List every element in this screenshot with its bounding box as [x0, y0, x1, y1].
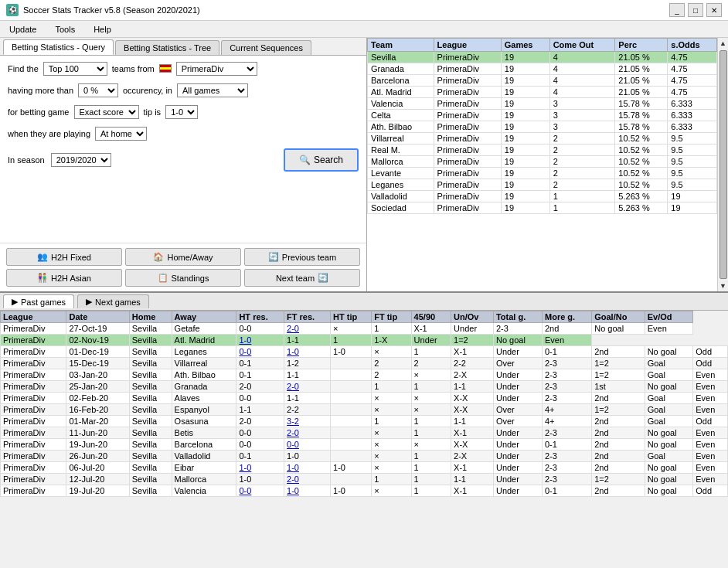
ft-result-link[interactable]: 3-2 [287, 417, 299, 426]
league-select[interactable]: PrimeraDiv Bundesliga Premier League [176, 62, 257, 76]
table-row[interactable]: VillarrealPrimeraDiv19210.52 %9.5 [368, 132, 717, 144]
table-row[interactable]: PrimeraDiv19-Jul-20SevillaValencia0-01-0… [1, 485, 728, 497]
tab-past-games[interactable]: ▶ Past games [3, 294, 74, 308]
ht-result-link[interactable]: 1-0 [239, 463, 251, 472]
ft-result-link[interactable]: 1-0 [287, 463, 299, 472]
standings-button[interactable]: 📋 Standings [125, 269, 241, 287]
season-select[interactable]: 2019/2020 2020/2021 2018/2019 [51, 153, 111, 167]
ht-result-link[interactable]: 1-0 [239, 335, 251, 345]
table-row[interactable]: PrimeraDiv15-Dec-19SevillaVillarreal0-11… [1, 358, 728, 369]
previous-team-button[interactable]: 🔄 Previous team [244, 248, 360, 266]
table-row[interactable]: PrimeraDiv25-Jan-20SevillaGranada2-02-01… [1, 381, 728, 393]
bcol-league[interactable]: League [1, 311, 66, 323]
bottom-table-container[interactable]: League Date Home Away HT res. FT res. HT… [0, 311, 728, 568]
table-cell: 10.52 % [615, 167, 668, 179]
search-button[interactable]: 🔍 Search [284, 148, 359, 172]
table-row[interactable]: SevillaPrimeraDiv19421.05 %4.75 [368, 51, 717, 63]
scroll-thumb[interactable] [719, 50, 727, 280]
minimize-button[interactable]: _ [669, 3, 685, 17]
bcol-date[interactable]: Date [66, 311, 129, 323]
ft-result-link[interactable]: 2-0 [287, 382, 299, 391]
menu-help[interactable]: Help [87, 23, 117, 36]
table-row[interactable]: PrimeraDiv26-Jun-20SevillaValladolid0-11… [1, 451, 728, 462]
col-league[interactable]: League [434, 38, 501, 51]
percent-select[interactable]: 0 % 5 % 10 % [78, 83, 118, 97]
table-row[interactable]: PrimeraDiv19-Jun-20SevillaBarcelona0-00-… [1, 439, 728, 451]
bcol-ft-res[interactable]: FT res. [284, 311, 331, 323]
table-cell: Sevilla [129, 323, 172, 335]
table-row[interactable]: ValenciaPrimeraDiv19315.78 %6.333 [368, 97, 717, 109]
right-table-container[interactable]: Team League Games Come Out Perc s.Odds S… [367, 38, 717, 292]
games-select[interactable]: All games Home games Away games [177, 83, 248, 97]
table-row[interactable]: GranadaPrimeraDiv19421.05 %4.75 [368, 63, 717, 74]
table-row[interactable]: PrimeraDiv02-Feb-20SevillaAlaves0-01-1××… [1, 393, 728, 404]
table-row[interactable]: PrimeraDiv06-Jul-20SevillaEibar1-01-01-0… [1, 462, 728, 474]
ft-result-link[interactable]: 2-0 [287, 474, 299, 484]
table-row[interactable]: MallorcaPrimeraDiv19210.52 %9.5 [368, 155, 717, 167]
table-row[interactable]: PrimeraDiv03-Jan-20SevillaAth. Bilbao0-1… [1, 369, 728, 381]
bcol-ev-od[interactable]: Ev/Od [645, 311, 693, 323]
table-row[interactable]: PrimeraDiv12-Jul-20SevillaMallorca1-02-0… [1, 474, 728, 485]
tab-query[interactable]: Betting Statistics - Query [3, 39, 114, 55]
table-row[interactable]: LeganesPrimeraDiv19210.52 %9.5 [368, 179, 717, 190]
bet-type-select[interactable]: Exact score 1X2 BTTS [74, 105, 139, 119]
playing-select[interactable]: At home Away Both [95, 127, 147, 141]
tab-tree[interactable]: Betting Statistics - Tree [115, 40, 219, 55]
table-row[interactable]: Atl. MadridPrimeraDiv19421.05 %4.75 [368, 86, 717, 97]
ft-result-link[interactable]: 0-0 [287, 440, 299, 449]
next-team-button[interactable]: Next team 🔄 [244, 269, 360, 287]
ft-result-link[interactable]: 2-0 [287, 324, 299, 333]
ft-result-link[interactable]: 1-0 [287, 486, 299, 495]
tip-select[interactable]: 1-0 2-0 2-1 [165, 105, 198, 119]
col-games[interactable]: Games [501, 38, 549, 51]
bcol-more-g[interactable]: More g. [543, 311, 592, 323]
bcol-home[interactable]: Home [129, 311, 172, 323]
table-row[interactable]: PrimeraDiv02-Nov-19SevillaAtl. Madrid1-0… [1, 335, 728, 346]
bcol-ft-tip[interactable]: FT tip [372, 311, 411, 323]
table-row[interactable]: BarcelonaPrimeraDiv19421.05 %4.75 [368, 74, 717, 86]
table-row[interactable]: PrimeraDiv16-Feb-20SevillaEspanyol1-12-2… [1, 404, 728, 416]
table-row[interactable]: PrimeraDiv01-Dec-19SevillaLeganes0-01-01… [1, 346, 728, 358]
table-cell: 25-Jan-20 [66, 381, 129, 393]
ft-result-link[interactable]: 1-0 [287, 347, 299, 356]
maximize-button[interactable]: □ [688, 3, 703, 17]
menu-tools[interactable]: Tools [49, 23, 81, 36]
bcol-away[interactable]: Away [172, 311, 236, 323]
col-come-out[interactable]: Come Out [549, 38, 615, 51]
right-scrollbar[interactable]: ▲ ▼ [717, 38, 728, 292]
col-sodds[interactable]: s.Odds [668, 38, 717, 51]
bcol-goal-no[interactable]: Goal/No [592, 311, 645, 323]
ft-result-link[interactable]: 2-0 [287, 428, 299, 437]
table-cell: 1 [411, 451, 451, 462]
table-row[interactable]: Ath. BilbaoPrimeraDiv19315.78 %6.333 [368, 121, 717, 132]
h2h-asian-button[interactable]: 👫 H2H Asian [6, 269, 122, 287]
menu-update[interactable]: Update [3, 23, 43, 36]
table-row[interactable]: PrimeraDiv11-Jun-20SevillaBetis0-02-0×1X… [1, 427, 728, 439]
ht-result-link[interactable]: 0-0 [239, 347, 251, 356]
scroll-up-arrow[interactable]: ▲ [718, 38, 728, 49]
bcol-45-90[interactable]: 45/90 [411, 311, 451, 323]
table-row[interactable]: LevantePrimeraDiv19210.52 %9.5 [368, 167, 717, 179]
h2h-fixed-button[interactable]: 👥 H2H Fixed [6, 248, 122, 266]
table-row[interactable]: CeltaPrimeraDiv19315.78 %6.333 [368, 109, 717, 121]
top-select[interactable]: Top 100 Top 50 Top 25 Bottom 100 [43, 62, 107, 76]
title-bar-left: ⚽ Soccer Stats Tracker v5.8 (Season 2020… [6, 4, 200, 16]
close-button[interactable]: ✕ [706, 3, 722, 17]
table-row[interactable]: PrimeraDiv27-Oct-19SevillaGetafe0-02-0×1… [1, 323, 728, 335]
scroll-down-arrow[interactable]: ▼ [718, 281, 728, 291]
table-row[interactable]: SociedadPrimeraDiv1915.263 %19 [368, 202, 717, 213]
bcol-ht-res[interactable]: HT res. [236, 311, 284, 323]
table-row[interactable]: PrimeraDiv01-Mar-20SevillaOsasuna2-03-21… [1, 416, 728, 427]
bcol-total-g[interactable]: Total g. [493, 311, 542, 323]
col-perc[interactable]: Perc [615, 38, 668, 51]
tab-sequences[interactable]: Current Sequences [221, 40, 311, 55]
table-cell: Valladolid [172, 451, 236, 462]
table-row[interactable]: ValladolidPrimeraDiv1915.263 %19 [368, 190, 717, 202]
bcol-un-ov[interactable]: Un/Ov [451, 311, 494, 323]
table-row[interactable]: Real M.PrimeraDiv19210.52 %9.5 [368, 144, 717, 155]
tab-next-games[interactable]: ▶ Next games [77, 294, 149, 308]
ht-result-link[interactable]: 0-0 [239, 486, 251, 495]
col-team[interactable]: Team [368, 38, 434, 51]
home-away-button[interactable]: 🏠 Home/Away [125, 248, 241, 266]
bcol-ht-tip[interactable]: HT tip [331, 311, 372, 323]
